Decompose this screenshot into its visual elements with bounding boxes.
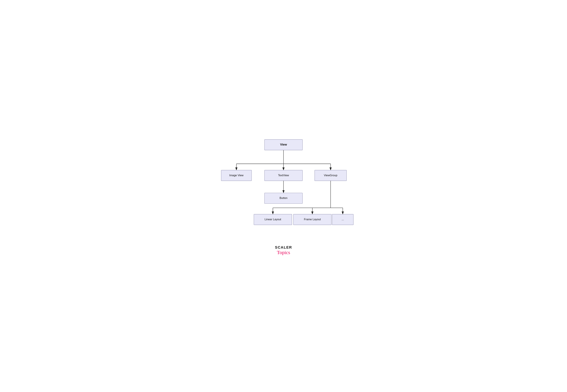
view-node-label: View [280, 143, 287, 146]
hierarchy-diagram: View Image View TextView ViewGroup Butto… [215, 133, 352, 240]
diagram-container: View Image View TextView ViewGroup Butto… [209, 123, 358, 269]
logo-container: SCALER Topics [215, 245, 352, 255]
viewgroup-node-label: ViewGroup [324, 174, 337, 177]
imageview-node-label: Image View [229, 174, 243, 177]
framelayout-node-label: Frame Layout [304, 218, 321, 221]
logo-scaler-text: SCALER [215, 245, 352, 250]
button-node-label: Button [280, 196, 287, 199]
textview-node-label: TextView [278, 174, 289, 177]
ellipsis-node-label: ... [341, 218, 344, 221]
linearlayout-node-label: Linear Layout [265, 218, 281, 221]
logo-topics-text: Topics [215, 250, 352, 255]
